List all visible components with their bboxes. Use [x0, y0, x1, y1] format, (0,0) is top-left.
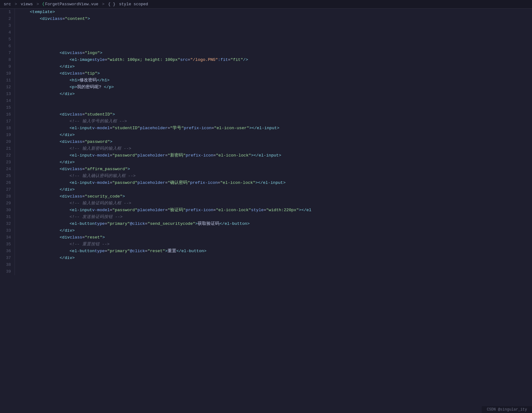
- attr-value-token: "password": [85, 138, 110, 145]
- equals-token: =: [105, 57, 107, 63]
- equals-token: =: [82, 138, 85, 145]
- attr-name-token: class: [70, 111, 82, 118]
- line-number: 16: [4, 111, 11, 118]
- code-line: </div>: [15, 63, 532, 70]
- code-line: <div class="reset">: [15, 234, 532, 241]
- code-line: <!-- 发送验证码按钮 -->: [15, 214, 532, 220]
- punct-token: >: [77, 77, 79, 84]
- tag-token: <el-input: [70, 125, 92, 132]
- equals-token: =: [110, 152, 112, 159]
- equals-token: =: [213, 152, 216, 159]
- line-number: 22: [4, 152, 11, 159]
- equals-token: =: [218, 179, 220, 186]
- code-line: </div>: [15, 91, 532, 98]
- text-token: 修改密码: [79, 77, 97, 84]
- line-number: 23: [4, 159, 11, 166]
- attr-name-token: placeholder: [138, 179, 165, 186]
- code-line: <h1>修改密码</h1>: [15, 77, 532, 84]
- line-number: 29: [4, 200, 11, 207]
- code-line: <el-input v-model="password" placeholder…: [15, 179, 532, 186]
- equals-token: =: [211, 125, 214, 132]
- breadcrumb-style-icon: { }: [108, 2, 115, 7]
- line-number: 3: [4, 22, 11, 29]
- tag-close-token: </div>: [60, 255, 75, 261]
- attr-name-token: v-model: [92, 152, 110, 159]
- tag-token: <div: [60, 70, 70, 77]
- tag-close-token: </div>: [60, 159, 75, 166]
- attr-value-token: "el-icon-lock": [216, 207, 251, 214]
- equals-token: =: [145, 248, 147, 255]
- equals-token: =: [82, 50, 85, 57]
- line-number: 18: [4, 125, 11, 132]
- equals-token: =: [168, 125, 170, 132]
- attr-value-token: "tip": [85, 70, 97, 77]
- comment-token: <!-- 输入确认密码的输入框 -->: [70, 173, 136, 179]
- breadcrumb-bar: src > views > 〈 ForgetPasswordView.vue >…: [0, 0, 532, 9]
- attr-value-token: "el-icon-lock": [216, 152, 251, 159]
- breadcrumb-sep-3: >: [100, 2, 107, 7]
- line-number: 28: [4, 193, 11, 200]
- code-line: [15, 261, 532, 268]
- tag-token: <h1: [70, 77, 77, 84]
- attr-name-token: prefix-icon: [190, 179, 218, 186]
- code-line: <div class="tip">: [15, 70, 532, 77]
- line-number: 7: [4, 50, 11, 57]
- line-number: 15: [4, 104, 11, 111]
- comment-token: <!-- 输入学号的输入框 -->: [70, 118, 127, 125]
- code-line: </div>: [15, 227, 532, 234]
- line-number: 12: [4, 84, 11, 91]
- punct-token: ></el-input>: [249, 125, 279, 132]
- line-number: 9: [4, 63, 11, 70]
- equals-token: =: [82, 70, 85, 77]
- equals-token: =: [110, 207, 112, 214]
- line-number: 14: [4, 98, 11, 104]
- punct-token: />: [243, 57, 248, 63]
- attr-value-token: "studentID": [85, 111, 112, 118]
- line-number: 33: [4, 227, 11, 234]
- code-line: [15, 268, 532, 275]
- tag-close-token: </div>: [60, 132, 75, 138]
- equals-token: =: [62, 16, 65, 22]
- equals-token: =: [82, 193, 85, 200]
- line-number: 17: [4, 118, 11, 125]
- attr-value-token: "security_code": [85, 193, 123, 200]
- attr-name-token: class: [70, 166, 82, 173]
- attr-value-token: "send_securitycode": [147, 220, 195, 227]
- equals-token: =: [165, 207, 168, 214]
- tag-token: <div: [60, 193, 70, 200]
- breadcrumb-style-scoped: style scoped: [117, 2, 148, 7]
- attr-value-token: "确认密码": [168, 179, 190, 186]
- attr-value-token: "reset": [85, 234, 102, 241]
- equals-token: =: [228, 57, 230, 63]
- punct-token: >: [100, 50, 102, 57]
- text-token: 获取验证码: [198, 220, 219, 227]
- breadcrumb-vue-file[interactable]: 〈: [43, 2, 44, 7]
- attr-name-token: v-model: [92, 179, 110, 186]
- code-line: [15, 98, 532, 104]
- equals-token: =: [105, 248, 107, 255]
- tag-close-token: </div>: [60, 63, 75, 70]
- breadcrumb-views[interactable]: views: [21, 2, 33, 7]
- code-line: <el-input v-model="password" placeholder…: [15, 152, 532, 159]
- punct-token: >: [123, 193, 125, 200]
- punct-token: >: [74, 84, 77, 91]
- attr-value-token: "el-icon-lock": [220, 179, 255, 186]
- line-number: 38: [4, 261, 11, 268]
- attr-value-token: "logo": [85, 50, 100, 57]
- line-number: 26: [4, 179, 11, 186]
- code-content[interactable]: <template><div class="content"> <div cla…: [15, 9, 532, 275]
- line-number: 37: [4, 255, 11, 261]
- breadcrumb-filename[interactable]: ForgetPasswordView.vue: [45, 2, 98, 7]
- breadcrumb-src[interactable]: src: [4, 2, 11, 7]
- line-number: 30: [4, 207, 11, 214]
- line-number: 27: [4, 186, 11, 193]
- breadcrumb-sep-2: >: [34, 2, 41, 7]
- code-line: <div class="logo">: [15, 50, 532, 57]
- line-number: 34: [4, 234, 11, 241]
- breadcrumb-sep-1: >: [12, 2, 19, 7]
- line-number: 13: [4, 91, 11, 98]
- attr-value-token: "验证码": [168, 207, 186, 214]
- comment-token: <!-- 重置按钮 -->: [70, 241, 110, 248]
- code-line: [15, 43, 532, 50]
- line-number: 1: [4, 9, 11, 16]
